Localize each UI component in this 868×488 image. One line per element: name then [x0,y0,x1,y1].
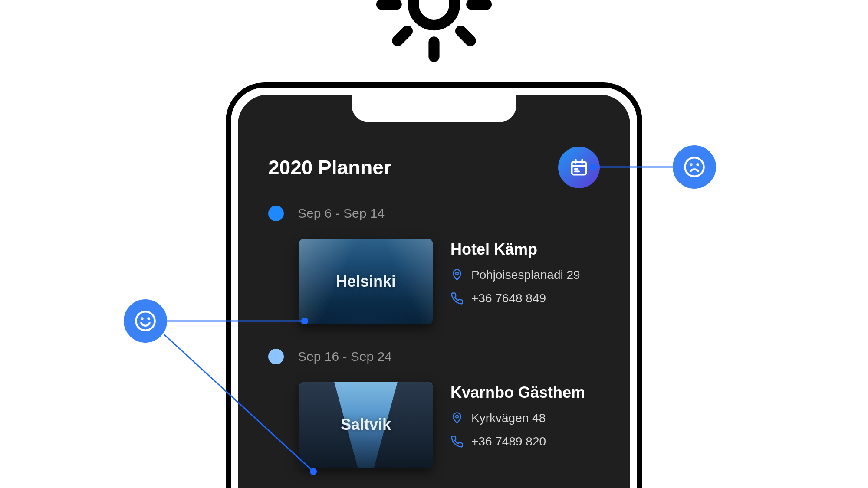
frown-icon [683,156,706,178]
phone-icon [450,292,464,305]
svg-point-24 [141,318,142,319]
trip-card[interactable]: Saltvik Kvarnbo Gästhem Kyrkvägen 48 [268,382,600,468]
destination-label: Saltvik [341,416,391,434]
svg-point-21 [690,164,691,165]
svg-point-15 [456,272,458,275]
svg-point-25 [148,318,149,319]
annotation-sad [673,145,716,189]
trip-info: Kvarnbo Gästhem Kyrkvägen 48 +36 7489 82… [450,382,585,468]
svg-point-22 [697,164,698,165]
location-pin-icon [450,269,464,282]
calendar-icon [569,158,589,177]
annotation-anchor-dot [310,468,317,475]
svg-point-23 [136,311,155,330]
address-text: Pohjoisesplanadi 29 [471,268,580,282]
svg-rect-9 [572,162,586,174]
hotel-name: Kvarnbo Gästhem [450,383,585,402]
svg-point-20 [685,157,704,176]
annotation-smile [124,299,167,343]
trip-section: Sep 6 - Sep 14 Helsinki Hotel Kämp Pohjo… [238,188,630,468]
destination-label: Helsinki [336,272,396,291]
timeline-dot [268,349,284,364]
location-pin-icon [450,412,464,425]
date-row: Sep 16 - Sep 24 [268,349,600,364]
annotation-anchor-dot [301,318,308,324]
destination-image[interactable]: Helsinki [299,239,433,324]
hotel-name: Hotel Kämp [450,240,580,259]
phone-notch [352,95,516,122]
phone-screen: 2020 Planner Sep 6 - Sep 14 H [238,95,630,488]
phone-row: +36 7648 849 [450,291,580,305]
trip-card[interactable]: Helsinki Hotel Kämp Pohjoisesplanadi 29 [268,239,600,324]
date-range: Sep 16 - Sep 24 [298,349,392,364]
svg-line-7 [398,31,407,41]
svg-line-6 [461,31,470,41]
destination-image[interactable]: Saltvik [299,382,433,468]
address-text: Kyrkvägen 48 [471,411,546,425]
trip-info: Hotel Kämp Pohjoisesplanadi 29 +36 7648 … [450,239,580,324]
date-range: Sep 6 - Sep 14 [298,206,385,221]
address-row: Kyrkvägen 48 [450,411,585,425]
sun-icon [373,0,495,65]
address-row: Pohjoisesplanadi 29 [450,268,580,282]
svg-point-0 [413,0,454,25]
phone-text: +36 7648 849 [471,291,546,305]
smile-icon [134,310,157,332]
phone-row: +36 7489 820 [450,435,585,449]
timeline-dot [268,206,284,221]
date-row: Sep 6 - Sep 14 [268,206,600,221]
svg-point-16 [456,415,458,418]
page-title: 2020 Planner [268,156,391,179]
phone-text: +36 7489 820 [471,435,546,449]
phone-icon [450,435,464,448]
phone-frame: 2020 Planner Sep 6 - Sep 14 H [226,82,642,488]
annotation-anchor-dot [589,164,596,170]
